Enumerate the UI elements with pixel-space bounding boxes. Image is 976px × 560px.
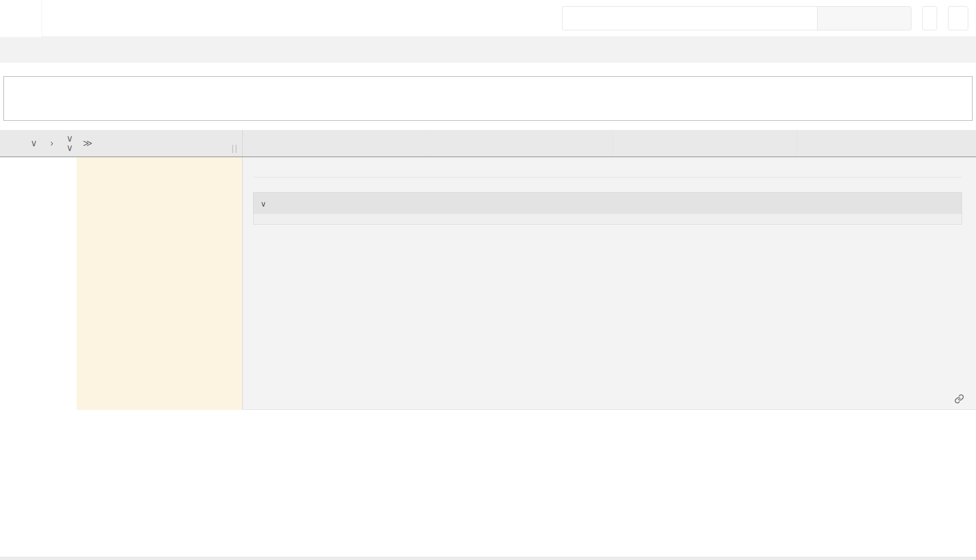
logs-footer-note [254, 214, 962, 224]
minimap-scrollbar[interactable] [4, 121, 972, 123]
logs-accordion: ∨ [253, 192, 962, 225]
keyboard-shortcuts-button[interactable] [922, 6, 937, 30]
timeline-header: ∨ › ∨∨ ≫ || [0, 130, 976, 157]
trace-minimap [0, 62, 976, 123]
back-button[interactable] [0, 0, 42, 37]
column-resizer[interactable]: || [232, 143, 238, 153]
divider [253, 177, 962, 177]
expand-one-icon[interactable]: › [43, 139, 61, 148]
span-detail-indent [0, 157, 243, 410]
horizontal-scrollbar-track[interactable] [0, 557, 976, 560]
expand-all-icon[interactable]: ≫ [79, 139, 97, 148]
chevron-down-icon: ∨ [261, 200, 266, 208]
span-id-row [945, 394, 964, 404]
logs-header[interactable]: ∨ [254, 193, 962, 214]
minimap-canvas[interactable] [4, 76, 972, 121]
trace-view-selector[interactable] [948, 6, 968, 30]
minimap-tick-labels [0, 62, 976, 76]
span-detail-row: ∨ [0, 157, 976, 410]
collapse-all-icon[interactable]: ∨ [25, 139, 43, 148]
find-input[interactable] [562, 6, 817, 30]
find-controls [817, 6, 911, 30]
timeline-ruler [243, 130, 976, 156]
top-bar [0, 0, 976, 37]
trace-summary-bar [0, 37, 976, 62]
span-detail-panel: ∨ [243, 157, 976, 410]
find-group [562, 6, 911, 30]
span-detail-band [77, 157, 242, 410]
link-icon[interactable] [954, 394, 964, 404]
collapse-deep-icon[interactable]: ∨∨ [61, 134, 79, 153]
